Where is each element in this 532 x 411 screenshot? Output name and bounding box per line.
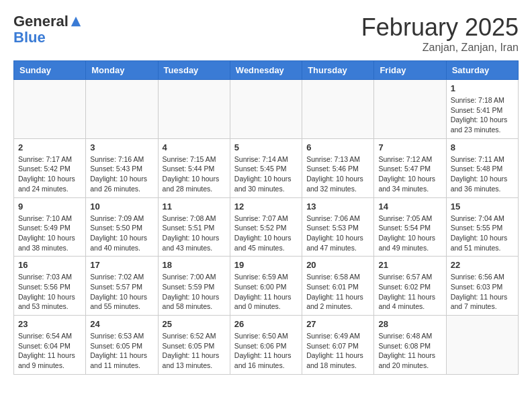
day-number: 11 <box>163 201 226 212</box>
day-info: Sunrise: 6:53 AM Sunset: 6:05 PM Dayligh… <box>90 331 153 371</box>
calendar-cell: 23Sunrise: 6:54 AM Sunset: 6:04 PM Dayli… <box>14 316 86 375</box>
day-number: 9 <box>18 201 81 212</box>
col-header-friday: Friday <box>374 61 446 80</box>
day-info: Sunrise: 7:06 AM Sunset: 5:53 PM Dayligh… <box>306 214 369 253</box>
day-info: Sunrise: 7:09 AM Sunset: 5:50 PM Dayligh… <box>90 214 153 253</box>
calendar-cell <box>86 80 158 139</box>
logo-blue: Blue <box>13 29 46 46</box>
calendar-cell: 5Sunrise: 7:14 AM Sunset: 5:45 PM Daylig… <box>230 138 302 197</box>
location-subtitle: Zanjan, Zanjan, Iran <box>361 42 519 54</box>
day-info: Sunrise: 7:15 AM Sunset: 5:44 PM Dayligh… <box>163 154 226 194</box>
day-info: Sunrise: 7:08 AM Sunset: 5:51 PM Dayligh… <box>163 214 226 253</box>
day-number: 7 <box>378 142 441 152</box>
day-info: Sunrise: 6:56 AM Sunset: 6:03 PM Dayligh… <box>451 272 514 312</box>
calendar-cell: 13Sunrise: 7:06 AM Sunset: 5:53 PM Dayli… <box>302 197 374 257</box>
col-header-monday: Monday <box>86 61 158 80</box>
calendar-header-row: SundayMondayTuesdayWednesdayThursdayFrid… <box>14 61 519 80</box>
day-info: Sunrise: 6:52 AM Sunset: 6:05 PM Dayligh… <box>163 331 226 371</box>
calendar-cell: 22Sunrise: 6:56 AM Sunset: 6:03 PM Dayli… <box>446 257 518 316</box>
calendar-cell: 11Sunrise: 7:08 AM Sunset: 5:51 PM Dayli… <box>158 197 230 257</box>
col-header-wednesday: Wednesday <box>230 61 302 80</box>
day-number: 18 <box>163 260 226 270</box>
day-number: 24 <box>90 319 153 329</box>
calendar-cell: 16Sunrise: 7:03 AM Sunset: 5:56 PM Dayli… <box>14 257 86 316</box>
day-number: 14 <box>378 201 441 212</box>
day-number: 21 <box>378 260 441 270</box>
day-number: 2 <box>18 142 81 152</box>
day-number: 15 <box>451 201 514 212</box>
day-info: Sunrise: 7:00 AM Sunset: 5:59 PM Dayligh… <box>163 272 226 312</box>
day-number: 6 <box>306 142 369 152</box>
calendar-cell: 3Sunrise: 7:16 AM Sunset: 5:43 PM Daylig… <box>86 138 158 197</box>
day-number: 13 <box>306 201 369 212</box>
day-info: Sunrise: 6:54 AM Sunset: 6:04 PM Dayligh… <box>18 331 81 371</box>
day-number: 27 <box>306 319 369 329</box>
day-info: Sunrise: 6:50 AM Sunset: 6:06 PM Dayligh… <box>234 331 298 371</box>
day-info: Sunrise: 6:59 AM Sunset: 6:00 PM Dayligh… <box>234 272 298 312</box>
day-info: Sunrise: 7:12 AM Sunset: 5:47 PM Dayligh… <box>378 154 441 194</box>
day-number: 8 <box>451 142 514 152</box>
day-number: 17 <box>90 260 153 270</box>
calendar-cell: 14Sunrise: 7:05 AM Sunset: 5:54 PM Dayli… <box>374 197 446 257</box>
calendar-cell: 15Sunrise: 7:04 AM Sunset: 5:55 PM Dayli… <box>446 197 518 257</box>
calendar-cell: 20Sunrise: 6:58 AM Sunset: 6:01 PM Dayli… <box>302 257 374 316</box>
calendar-cell <box>446 316 518 375</box>
day-info: Sunrise: 7:13 AM Sunset: 5:46 PM Dayligh… <box>306 154 369 194</box>
day-info: Sunrise: 7:14 AM Sunset: 5:45 PM Dayligh… <box>234 154 298 194</box>
day-info: Sunrise: 7:05 AM Sunset: 5:54 PM Dayligh… <box>378 214 441 253</box>
calendar-cell <box>374 80 446 139</box>
day-info: Sunrise: 6:49 AM Sunset: 6:07 PM Dayligh… <box>306 331 369 371</box>
day-number: 1 <box>451 83 514 93</box>
day-info: Sunrise: 7:04 AM Sunset: 5:55 PM Dayligh… <box>451 214 514 253</box>
day-info: Sunrise: 7:11 AM Sunset: 5:48 PM Dayligh… <box>451 154 514 194</box>
col-header-sunday: Sunday <box>14 61 86 80</box>
day-number: 16 <box>18 260 81 270</box>
day-number: 23 <box>18 319 81 329</box>
calendar-cell: 19Sunrise: 6:59 AM Sunset: 6:00 PM Dayli… <box>230 257 302 316</box>
calendar-cell: 21Sunrise: 6:57 AM Sunset: 6:02 PM Dayli… <box>374 257 446 316</box>
logo-general: General <box>13 13 69 30</box>
calendar-cell: 10Sunrise: 7:09 AM Sunset: 5:50 PM Dayli… <box>86 197 158 257</box>
calendar-cell: 18Sunrise: 7:00 AM Sunset: 5:59 PM Dayli… <box>158 257 230 316</box>
day-info: Sunrise: 6:48 AM Sunset: 6:08 PM Dayligh… <box>378 331 441 371</box>
logo-triangle-icon <box>70 15 82 28</box>
calendar-cell <box>302 80 374 139</box>
calendar-table: SundayMondayTuesdayWednesdayThursdayFrid… <box>13 60 519 375</box>
day-info: Sunrise: 7:16 AM Sunset: 5:43 PM Dayligh… <box>90 154 153 194</box>
col-header-tuesday: Tuesday <box>158 61 230 80</box>
calendar-cell <box>14 80 86 139</box>
day-number: 19 <box>234 260 298 270</box>
calendar-week-row: 9Sunrise: 7:10 AM Sunset: 5:49 PM Daylig… <box>14 197 519 257</box>
day-number: 20 <box>306 260 369 270</box>
day-number: 10 <box>90 201 153 212</box>
calendar-cell: 17Sunrise: 7:02 AM Sunset: 5:57 PM Dayli… <box>86 257 158 316</box>
calendar-week-row: 1Sunrise: 7:18 AM Sunset: 5:41 PM Daylig… <box>14 80 519 139</box>
col-header-saturday: Saturday <box>446 61 518 80</box>
calendar-week-row: 23Sunrise: 6:54 AM Sunset: 6:04 PM Dayli… <box>14 316 519 375</box>
day-info: Sunrise: 7:17 AM Sunset: 5:42 PM Dayligh… <box>18 154 81 194</box>
calendar-cell: 7Sunrise: 7:12 AM Sunset: 5:47 PM Daylig… <box>374 138 446 197</box>
day-number: 22 <box>451 260 514 270</box>
day-number: 5 <box>234 142 298 152</box>
day-number: 12 <box>234 201 298 212</box>
logo: General Blue <box>13 13 82 46</box>
calendar-week-row: 16Sunrise: 7:03 AM Sunset: 5:56 PM Dayli… <box>14 257 519 316</box>
calendar-cell: 28Sunrise: 6:48 AM Sunset: 6:08 PM Dayli… <box>374 316 446 375</box>
calendar-cell: 12Sunrise: 7:07 AM Sunset: 5:52 PM Dayli… <box>230 197 302 257</box>
day-info: Sunrise: 7:18 AM Sunset: 5:41 PM Dayligh… <box>451 95 514 135</box>
calendar-cell: 9Sunrise: 7:10 AM Sunset: 5:49 PM Daylig… <box>14 197 86 257</box>
calendar-cell: 6Sunrise: 7:13 AM Sunset: 5:46 PM Daylig… <box>302 138 374 197</box>
day-info: Sunrise: 6:58 AM Sunset: 6:01 PM Dayligh… <box>306 272 369 312</box>
calendar-cell: 27Sunrise: 6:49 AM Sunset: 6:07 PM Dayli… <box>302 316 374 375</box>
calendar-cell: 4Sunrise: 7:15 AM Sunset: 5:44 PM Daylig… <box>158 138 230 197</box>
day-info: Sunrise: 7:03 AM Sunset: 5:56 PM Dayligh… <box>18 272 81 312</box>
day-number: 3 <box>90 142 153 152</box>
day-number: 25 <box>163 319 226 329</box>
month-title: February 2025 <box>361 13 519 42</box>
day-number: 28 <box>378 319 441 329</box>
calendar-cell: 8Sunrise: 7:11 AM Sunset: 5:48 PM Daylig… <box>446 138 518 197</box>
calendar-cell: 24Sunrise: 6:53 AM Sunset: 6:05 PM Dayli… <box>86 316 158 375</box>
day-info: Sunrise: 7:10 AM Sunset: 5:49 PM Dayligh… <box>18 214 81 253</box>
calendar-cell: 2Sunrise: 7:17 AM Sunset: 5:42 PM Daylig… <box>14 138 86 197</box>
calendar-cell: 1Sunrise: 7:18 AM Sunset: 5:41 PM Daylig… <box>446 80 518 139</box>
